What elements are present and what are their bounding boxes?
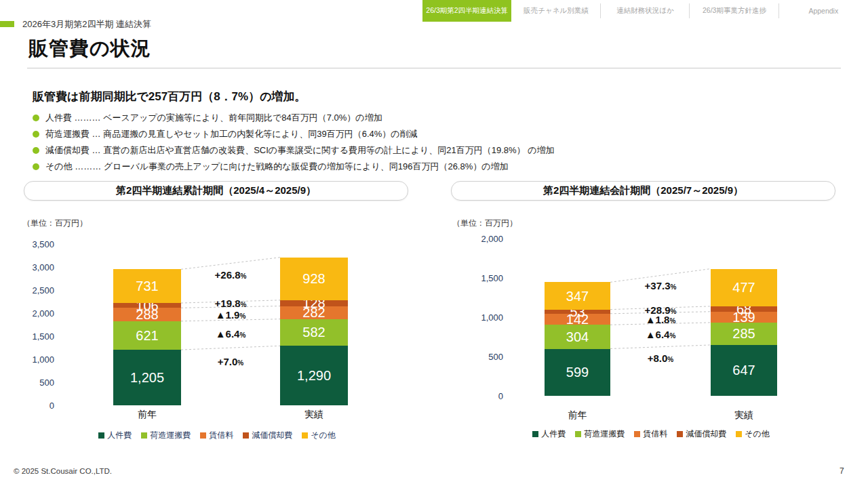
- bar-segment-その他: 477: [711, 269, 777, 306]
- segment-value: 285: [711, 327, 777, 340]
- chart-title-accounting: 第2四半期連結会計期間（2025/7～2025/9）: [451, 181, 835, 201]
- chart-accounting-period: （単位：百万円）05001,0001,5002,0005993041425334…: [434, 210, 868, 444]
- bar-segment-人件費: 1,290: [280, 346, 348, 405]
- segment-value: 599: [545, 365, 610, 379]
- bar-segment-人件費: 599: [545, 349, 610, 396]
- tab-business-policy[interactable]: 26/3期事業方針進捗: [690, 0, 778, 22]
- bar-segment-人件費: 647: [711, 345, 777, 396]
- legend-label: 荷造運搬費: [584, 428, 625, 440]
- category-label: 前年: [568, 409, 587, 422]
- bullet-freight: 荷造運搬費 … 商品運搬の見直しやセット加工の内製化等により、同39百万円（6.…: [33, 126, 554, 142]
- bullet-text: 荷造運搬費 … 商品運搬の見直しやセット加工の内製化等により、同39百万円（6.…: [45, 128, 418, 140]
- category-label: 実績: [734, 409, 753, 422]
- page-number: 7: [840, 466, 844, 476]
- category-label: 実績: [304, 409, 323, 421]
- legend-label: 減価償却費: [252, 430, 292, 441]
- connector-lines: [434, 210, 868, 444]
- change-label: +28.9%: [645, 304, 677, 316]
- bullet-dot-icon: [33, 131, 39, 138]
- legend-swatch-icon: [736, 431, 742, 437]
- bullet-text: 減価償却費 … 直営の新店出店や直営店舗の改装費、SCIの事業譲受に関する費用等…: [45, 144, 554, 157]
- legend-swatch-icon: [141, 432, 147, 439]
- bullet-text: 人件費 ……… ベースアップの実施等により、前年同期比で84百万円（7.0%）の…: [45, 112, 382, 124]
- change-label: ▲6.4%: [216, 328, 246, 340]
- tab-sales-channel[interactable]: 販売チャネル別業績: [511, 0, 600, 22]
- tab-appendix[interactable]: Appendix: [779, 0, 868, 22]
- summary-headline: 販管費は前期同期比で257百万円（8．7%）の増加。: [33, 89, 307, 104]
- legend-item-減価償却費: 減価償却費: [243, 430, 292, 441]
- segment-value: 731: [113, 279, 181, 293]
- chart-title-cumulative: 第2四半期連結累計期間（2025/4～2025/9）: [24, 181, 408, 201]
- legend-item-荷造運搬費: 荷造運搬費: [575, 428, 625, 440]
- slide-eyebrow: 2026年3月期第2四半期 連結決算: [22, 18, 151, 30]
- bar-segment-減価償却費: 128: [280, 300, 348, 306]
- bar-segment-減価償却費: 68: [711, 306, 777, 312]
- legend-item-人件費: 人件費: [532, 428, 566, 440]
- copyright: © 2025 St.Cousair CO.,LTD.: [14, 467, 112, 475]
- legend-item-その他: その他: [302, 430, 336, 441]
- section-tabs: 26/3期第2四半期連結決算 販売チャネル別業績 連結財務状況ほか 26/3期事…: [422, 0, 868, 22]
- legend-swatch-icon: [532, 431, 538, 437]
- legend-swatch-icon: [634, 431, 640, 437]
- segment-value: 304: [545, 330, 610, 344]
- tab-consolidated-results[interactable]: 26/3期第2四半期連結決算: [422, 0, 511, 22]
- legend-label: その他: [745, 428, 770, 440]
- bar-segment-その他: 731: [113, 269, 181, 303]
- bar-segment-その他: 928: [280, 258, 348, 300]
- legend-swatch-icon: [575, 431, 581, 437]
- title-divider: [27, 68, 841, 68]
- bullet-other: その他 ……… グローバル事業の売上アップに向けた戦略的な販促費の増加等により、…: [33, 159, 554, 175]
- bar-segment-減価償却費: 53: [545, 310, 610, 314]
- segment-value: 582: [280, 325, 348, 339]
- segment-value: 647: [711, 363, 777, 377]
- legend-label: 人件費: [107, 430, 132, 441]
- legend-swatch-icon: [677, 431, 683, 437]
- tab-financial-position[interactable]: 連結財務状況ほか: [601, 0, 690, 22]
- bullet-dot-icon: [33, 147, 39, 154]
- change-label: +8.0%: [648, 352, 674, 364]
- change-label: +19.8%: [215, 298, 247, 309]
- slide: 26/3期第2四半期連結決算 販売チャネル別業績 連結財務状況ほか 26/3期事…: [0, 0, 868, 488]
- chart-legend: 人件費荷造運搬費賃借料減価償却費その他: [0, 430, 434, 441]
- change-label: +7.0%: [218, 356, 244, 367]
- bullet-personnel: 人件費 ……… ベースアップの実施等により、前年同期比で84百万円（7.0%）の…: [33, 110, 554, 126]
- legend-label: その他: [311, 430, 336, 441]
- legend-swatch-icon: [98, 432, 104, 439]
- category-label: 前年: [138, 409, 157, 421]
- legend-item-減価償却費: 減価償却費: [677, 428, 726, 440]
- segment-value: 477: [711, 281, 777, 294]
- legend-label: 賃借料: [209, 430, 233, 441]
- legend-item-人件費: 人件費: [98, 430, 132, 441]
- change-label: ▲1.9%: [216, 309, 246, 321]
- summary-bullets: 人件費 ……… ベースアップの実施等により、前年同期比で84百万円（7.0%）の…: [33, 110, 554, 175]
- connector-lines: [0, 210, 434, 444]
- bar-segment-その他: 347: [545, 282, 610, 309]
- bullet-dot-icon: [33, 115, 39, 121]
- legend-label: 賃借料: [643, 428, 667, 440]
- legend-item-賃借料: 賃借料: [200, 430, 233, 441]
- bullet-depreciation: 減価償却費 … 直営の新店出店や直営店舗の改装費、SCIの事業譲受に関する費用等…: [33, 142, 554, 159]
- legend-item-荷造運搬費: 荷造運搬費: [141, 430, 191, 441]
- bar-segment-荷造運搬費: 304: [545, 325, 610, 348]
- segment-value: 1,290: [280, 369, 348, 382]
- bar-segment-荷造運搬費: 621: [113, 321, 181, 350]
- bullet-text: その他 ……… グローバル事業の売上アップに向けた戦略的な販促費の増加等により、…: [45, 161, 509, 173]
- bar-segment-減価償却費: 106: [113, 303, 181, 308]
- legend-label: 減価償却費: [686, 428, 726, 440]
- chart-legend: 人件費荷造運搬費賃借料減価償却費その他: [434, 428, 868, 440]
- legend-swatch-icon: [243, 432, 249, 439]
- segment-value: 621: [113, 329, 181, 342]
- chart-cumulative-period: （単位：百万円）05001,0001,5002,0002,5003,0003,5…: [0, 210, 434, 444]
- bar-segment-荷造運搬費: 285: [711, 323, 777, 345]
- legend-label: 荷造運搬費: [150, 430, 191, 441]
- change-label: +26.8%: [215, 269, 247, 281]
- legend-swatch-icon: [302, 432, 308, 439]
- legend-swatch-icon: [200, 432, 206, 439]
- page-title: 販管費の状況: [28, 35, 151, 62]
- segment-value: 347: [545, 289, 610, 303]
- bar-segment-人件費: 1,205: [113, 350, 181, 405]
- change-label: +37.3%: [645, 280, 677, 291]
- bar-segment-荷造運搬費: 582: [280, 319, 348, 346]
- legend-label: 人件費: [541, 428, 566, 440]
- segment-value: 928: [280, 272, 348, 285]
